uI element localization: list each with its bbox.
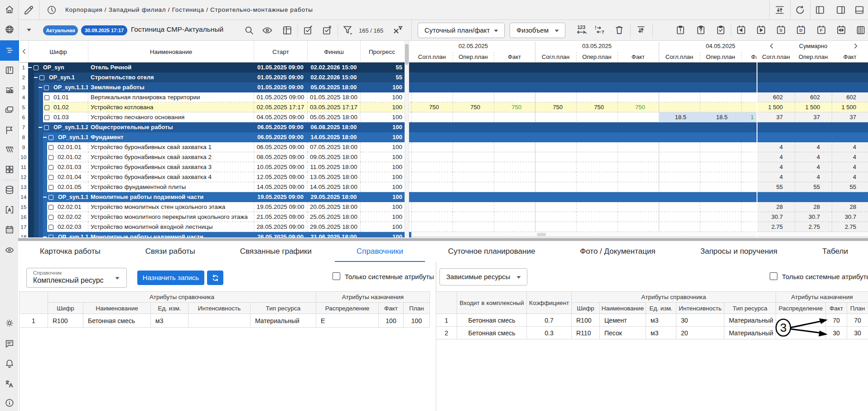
- svg-text:D: D: [799, 28, 802, 33]
- svg-text:S: S: [780, 28, 782, 33]
- svg-text:123: 123: [578, 24, 586, 30]
- svg-text:!: !: [595, 25, 596, 30]
- svg-text:F: F: [820, 28, 823, 33]
- svg-text:?: ?: [602, 30, 604, 35]
